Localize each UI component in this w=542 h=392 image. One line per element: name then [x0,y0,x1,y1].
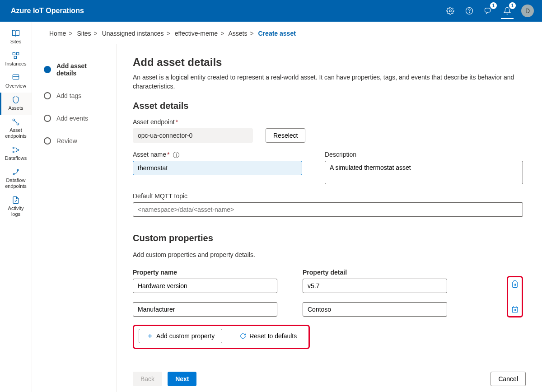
cancel-button[interactable]: Cancel [491,372,526,386]
svg-point-10 [13,151,14,153]
property-name-input[interactable] [133,302,277,317]
asset-name-input[interactable] [133,161,302,175]
property-name-header: Property name [133,269,277,276]
svg-rect-5 [14,56,16,59]
sidebar-label: Overview [4,83,28,89]
app-title: Azure IoT Operations [11,7,84,15]
mqtt-topic-input[interactable] [133,202,523,217]
sidebar-label: Sites [9,39,23,45]
svg-point-2 [469,12,470,13]
reset-to-defaults-button[interactable]: Reset to defaults [232,329,304,343]
svg-rect-3 [13,52,15,55]
feedback-badge: 1 [490,2,497,9]
notifications-badge: 1 [509,2,516,9]
svg-point-0 [449,10,452,12]
property-detail-header: Property detail [303,269,447,276]
sidebar-item-activity-logs[interactable]: Activity logs [0,193,32,221]
notifications-icon[interactable]: 1 [500,3,515,19]
step-add-asset-details[interactable]: Add asset details [44,62,108,77]
breadcrumb-effective-meme[interactable]: effective-meme [175,30,218,37]
sidebar-label: Dataflows [3,155,28,161]
refresh-icon [239,332,247,340]
highlight-action-buttons: Add custom property Reset to defaults [133,325,310,349]
section-custom-properties-desc: Add custom properties and property detai… [133,251,523,260]
page-desc: An asset is a logical entity created to … [133,73,523,91]
sidebar-label: Activity logs [1,205,31,217]
delete-property-button[interactable] [511,305,519,313]
sidebar-item-sites[interactable]: Sites [0,26,32,48]
settings-icon[interactable] [443,3,458,19]
mqtt-topic-label: Default MQTT topic [133,192,523,200]
step-add-events[interactable]: Add events [44,115,108,122]
svg-rect-4 [17,52,19,55]
property-detail-input[interactable] [303,302,447,317]
dataflows-icon [11,145,20,154]
svg-rect-6 [13,75,19,79]
overview-icon [11,73,20,82]
page-title: Add asset details [133,56,523,69]
svg-point-11 [18,149,19,151]
sidebar-item-dataflow-endpoints[interactable]: Dataflow endpoints [0,165,32,193]
asset-endpoints-icon [11,117,20,126]
property-name-input[interactable] [133,279,277,293]
section-custom-properties: Custom properties [133,233,523,243]
section-asset-details: Asset details [133,101,523,111]
add-custom-property-button[interactable]: Add custom property [139,329,222,343]
svg-point-7 [13,119,15,121]
svg-point-13 [13,173,14,175]
asset-endpoint-label: Asset endpoint* [133,118,523,126]
activity-logs-icon [11,196,20,205]
instances-icon [11,51,20,60]
sidebar-item-instances[interactable]: Instances [0,48,32,70]
avatar[interactable]: D [521,5,534,17]
assets-icon [11,95,20,104]
sidebar-item-dataflows[interactable]: Dataflows [0,143,32,165]
sidebar-item-assets[interactable]: Assets [0,93,32,115]
feedback-icon[interactable]: 1 [481,3,496,19]
sidebar-label: Dataflow endpoints [1,177,31,189]
reselect-button[interactable]: Reselect [266,128,305,143]
help-icon[interactable] [462,3,477,19]
step-add-tags[interactable]: Add tags [44,92,108,99]
breadcrumb-assets[interactable]: Assets [228,30,247,37]
sites-icon [11,29,20,38]
breadcrumb-unassigned[interactable]: Unassigned instances [102,30,164,37]
asset-name-label: Asset name* i [133,151,302,158]
delete-property-button[interactable] [511,280,519,288]
back-button: Back [133,372,162,386]
topbar: Azure IoT Operations 1 1 D [0,0,542,22]
step-review[interactable]: Review [44,137,108,145]
asset-endpoint-input [133,128,253,143]
wizard-footer: Back Next Cancel [117,366,542,392]
sidebar-label: Assets [6,105,25,111]
dataflow-endpoints-icon [11,168,20,177]
sidebar-item-asset-endpoints[interactable]: Asset endpoints [0,115,32,143]
svg-point-12 [17,169,19,171]
sidebar-label: Asset endpoints [1,127,31,139]
breadcrumb-current: Create asset [258,30,296,37]
info-icon[interactable]: i [173,152,179,158]
svg-point-8 [17,123,19,125]
sidebar-item-overview[interactable]: Overview [0,70,32,93]
description-label: Description [325,151,523,158]
breadcrumb-sites[interactable]: Sites [77,30,91,37]
sidebar: Sites Instances Overview Assets Asset en… [0,22,32,392]
next-button[interactable]: Next [168,372,196,386]
property-detail-input[interactable] [303,279,447,293]
wizard-steps: Add asset details Add tags Add events Re… [32,44,117,392]
sidebar-label: Instances [3,61,28,67]
description-input[interactable]: A simulated thermostat asset [325,161,523,184]
breadcrumb-home[interactable]: Home [49,30,66,37]
highlight-delete-buttons [507,276,523,317]
breadcrumb: Home> Sites> Unassigned instances> effec… [32,22,542,44]
svg-point-9 [13,147,14,149]
plus-icon [146,332,154,340]
